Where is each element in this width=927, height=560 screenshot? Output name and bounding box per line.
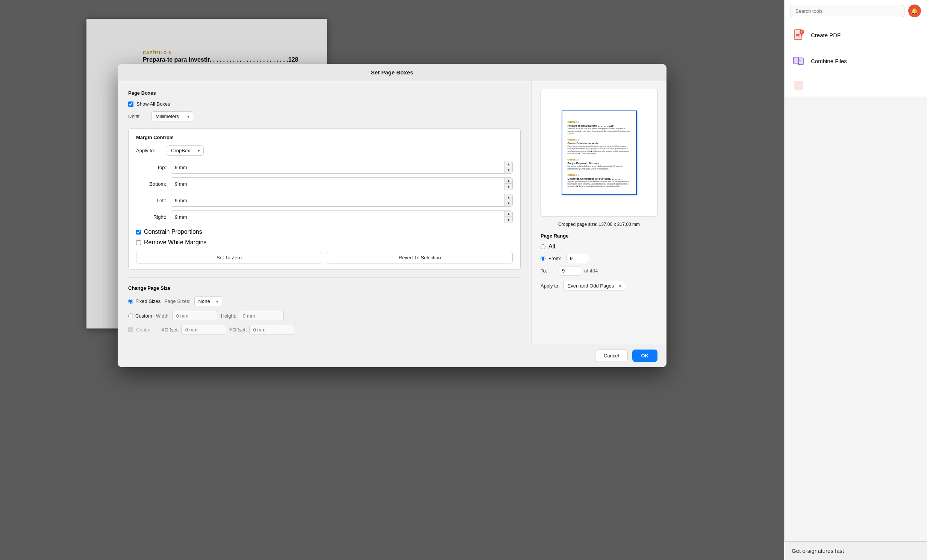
preview-ch6-body: Porque é que os enólogos e os corretores… [568, 181, 631, 188]
apply-to-label: Apply to: [136, 148, 163, 153]
page-sizes-label: Page Sizes: [164, 298, 190, 304]
set-to-zero-button[interactable]: Set To Zero [136, 252, 322, 264]
yoffset-label: YOffset: [229, 327, 247, 332]
notification-button[interactable]: 🔔 [908, 5, 921, 17]
show-all-boxes-label: Show All Boxes [137, 101, 170, 107]
svg-text:+: + [801, 30, 802, 34]
from-pages-radio[interactable] [541, 256, 546, 261]
ok-button[interactable]: OK [632, 349, 658, 362]
height-input[interactable] [239, 311, 284, 321]
height-label: Height: [221, 313, 236, 319]
partial-tool-item[interactable] [784, 74, 927, 97]
center-row: Center XOffset: YOffset: [128, 325, 521, 335]
bottom-label: Bottom: [136, 181, 166, 187]
fixed-sizes-label: Fixed Sizes [135, 298, 161, 304]
search-input-wrap [790, 5, 904, 17]
xoffset-wrap: XOffset: [161, 325, 226, 335]
top-input[interactable] [171, 163, 505, 172]
apply-to-section: Apply to: Even and Odd Pages Even Pages … [541, 281, 658, 291]
apply-to-row: Apply to: CropBox MediaBox BleedBox Trim… [136, 146, 513, 156]
revert-to-selection-button[interactable]: Revert To Selection [327, 252, 513, 264]
bell-icon: 🔔 [911, 8, 918, 15]
right-tools-panel: 🔔 PDF + Create PDF Combine [784, 0, 927, 560]
bottom-input-wrap: ▲ ▼ [171, 178, 513, 190]
fixed-sizes-radio[interactable] [128, 299, 133, 304]
top-input-wrap: ▲ ▼ [171, 161, 513, 174]
show-all-boxes-checkbox[interactable] [128, 102, 134, 107]
constrain-row: Constrain Proportions [136, 229, 513, 235]
get-sigs-label: Get e-signatures fast [792, 548, 844, 554]
bottom-stepper: ▲ ▼ [505, 178, 512, 190]
yoffset-wrap: YOffset: [229, 325, 294, 335]
combine-files-tool[interactable]: Combine Files [784, 48, 927, 74]
right-input[interactable] [171, 212, 505, 222]
cancel-button[interactable]: Cancel [595, 349, 628, 362]
preview-ch4-title: Gastar Conscientemente. . . . . . . [568, 142, 631, 145]
of-label: of 434 [584, 268, 598, 274]
right-input-wrap: ▲ ▼ [171, 211, 513, 223]
remove-white-checkbox[interactable] [136, 240, 141, 245]
yoffset-input[interactable] [249, 325, 294, 335]
constrain-checkbox[interactable] [136, 230, 141, 235]
xoffset-input[interactable] [181, 325, 226, 335]
custom-group: Custom [128, 313, 152, 319]
page-sizes-row: Page Sizes: None Letter A4 Legal ▼ [164, 296, 222, 306]
combine-files-label: Combine Files [811, 58, 847, 64]
get-signatures-bar: Get e-signatures fast [784, 541, 927, 560]
bottom-increment[interactable]: ▲ [505, 178, 512, 184]
left-input[interactable] [171, 196, 505, 205]
bottom-input[interactable] [171, 179, 505, 189]
right-stepper: ▲ ▼ [505, 211, 512, 223]
dialog-footer: Cancel OK [118, 344, 667, 367]
left-increment[interactable]: ▲ [505, 194, 512, 200]
preview-ch6-title: O Mito da Competência Financeira. . . . … [568, 178, 631, 180]
preview-ch3-title: Prepara-te para Investir. . . . . . . . … [568, 124, 631, 127]
dialog-overlay: Set Page Boxes Page Boxes Show All Boxes… [0, 0, 784, 560]
top-increment[interactable]: ▲ [505, 161, 512, 167]
preview-ch6: CAPÍTULO 6 [568, 174, 631, 176]
from-label: From: [549, 256, 564, 261]
top-stepper: ▲ ▼ [505, 161, 512, 173]
preview-ch4: CAPÍTULO 4 [568, 139, 631, 141]
bottom-decrement[interactable]: ▼ [505, 184, 512, 190]
from-input[interactable] [567, 254, 589, 263]
preview-page: CAPÍTULO 3 Prepara-te para Investir. . .… [562, 111, 637, 195]
preview-ch5-body: Faz as tuas contas trabalharem juntas – … [568, 165, 631, 170]
search-input[interactable] [790, 5, 904, 17]
page-range-label: Page Range [541, 233, 658, 239]
margin-controls-section: Margin Controls Apply to: CropBox MediaB… [128, 128, 521, 270]
right-decrement[interactable]: ▼ [505, 217, 512, 223]
apply-to-range-select[interactable]: Even and Odd Pages Even Pages Only Odd P… [564, 281, 625, 291]
margin-action-buttons: Set To Zero Revert To Selection [136, 252, 513, 264]
search-tools-bar: 🔔 [784, 0, 927, 22]
width-input[interactable] [172, 311, 217, 321]
apply-to-select[interactable]: CropBox MediaBox BleedBox TrimBox ArtBox [167, 146, 204, 156]
to-input[interactable] [559, 266, 581, 276]
remove-white-row: Remove White Margins [136, 239, 513, 246]
dialog-left-panel: Page Boxes Show All Boxes Units: Millime… [118, 81, 531, 344]
left-input-wrap: ▲ ▼ [171, 194, 513, 207]
all-pages-radio[interactable] [541, 244, 546, 249]
top-decrement[interactable]: ▼ [505, 167, 512, 173]
left-decrement[interactable]: ▼ [505, 200, 512, 206]
fixed-sizes-group: Fixed Sizes [128, 298, 161, 304]
set-page-boxes-dialog: Set Page Boxes Page Boxes Show All Boxes… [118, 64, 667, 367]
units-select-wrap: Millimeters Inches Points Centimeters ▼ [152, 111, 193, 121]
to-label: To: [541, 268, 556, 274]
top-label: Top: [136, 165, 166, 170]
preview-container: CAPÍTULO 3 Prepara-te para Investir. . .… [541, 89, 658, 217]
custom-label: Custom [135, 313, 152, 319]
margin-grid: Top: ▲ ▼ Bottom: ▲ [136, 161, 513, 223]
create-pdf-tool[interactable]: PDF + Create PDF [784, 22, 927, 48]
all-pages-label: All [549, 243, 555, 250]
right-increment[interactable]: ▲ [505, 211, 512, 217]
units-select[interactable]: Millimeters Inches Points Centimeters [152, 111, 193, 121]
to-row: To: of 434 [541, 266, 658, 276]
page-sizes-select[interactable]: None Letter A4 Legal [195, 296, 222, 306]
custom-radio[interactable] [128, 313, 133, 318]
center-checkbox[interactable] [128, 327, 133, 332]
units-row: Units: Millimeters Inches Points Centime… [128, 111, 521, 121]
left-label: Left: [136, 198, 166, 203]
create-pdf-label: Create PDF [811, 32, 840, 38]
right-label: Right: [136, 214, 166, 220]
